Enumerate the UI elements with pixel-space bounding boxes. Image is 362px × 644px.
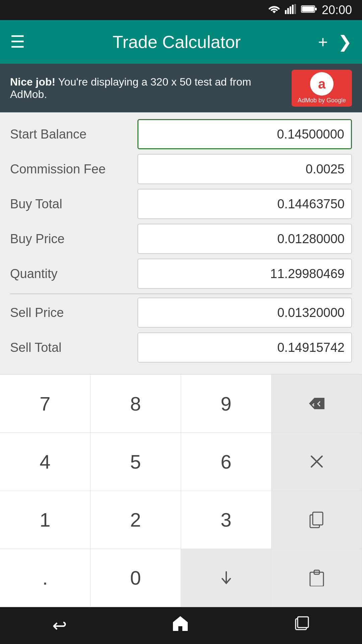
label-sell-price: Sell Price	[10, 306, 131, 320]
form-row-sell-total: Sell Total	[10, 332, 352, 363]
status-time: 20:00	[322, 3, 352, 17]
numpad-key-2[interactable]: 2	[90, 491, 181, 549]
numpad-key-9[interactable]: 9	[181, 375, 272, 433]
ad-logo: a AdMob by Google	[292, 70, 352, 107]
ad-banner: Nice job! You're displaying a 320 x 50 t…	[0, 64, 362, 112]
label-sell-total: Sell Total	[10, 340, 131, 355]
form-row-quantity: Quantity	[10, 259, 352, 289]
input-sell-price[interactable]	[137, 298, 352, 328]
svg-rect-2	[290, 6, 291, 14]
form-row-commission-fee: Commission Fee	[10, 154, 352, 184]
numpad-key-7[interactable]: 7	[0, 375, 90, 433]
label-buy-price: Buy Price	[10, 232, 131, 246]
home-nav-icon[interactable]	[172, 615, 189, 636]
wifi-icon	[268, 4, 280, 16]
next-icon[interactable]: ❯	[338, 32, 352, 52]
numpad-key-backspace[interactable]	[272, 375, 362, 433]
numpad-key-.[interactable]: .	[0, 549, 90, 607]
recent-nav-icon[interactable]	[294, 615, 310, 636]
input-start-balance[interactable]	[137, 119, 352, 149]
app-title: Trade Calculator	[35, 32, 318, 52]
form-row-sell-price: Sell Price	[10, 298, 352, 328]
label-start-balance: Start Balance	[10, 127, 131, 142]
section-divider-1	[10, 293, 352, 294]
input-sell-total[interactable]	[137, 332, 352, 363]
battery-icon	[301, 5, 317, 16]
input-commission-fee[interactable]	[137, 154, 352, 184]
ad-logo-text: AdMob by Google	[298, 97, 346, 104]
svg-rect-1	[287, 8, 289, 14]
status-bar: 20:00	[0, 0, 362, 20]
form-row-buy-total: Buy Total	[10, 189, 352, 219]
svg-rect-11	[313, 512, 323, 525]
svg-rect-3	[292, 5, 294, 14]
form-section: Start BalanceCommission FeeBuy TotalBuy …	[0, 112, 362, 374]
input-quantity[interactable]	[137, 259, 352, 289]
numpad-key-1[interactable]: 1	[0, 491, 90, 549]
numpad-key-0[interactable]: 0	[90, 549, 181, 607]
app-bar-actions: + ❯	[318, 32, 352, 52]
label-quantity: Quantity	[10, 267, 131, 281]
numpad-key-6[interactable]: 6	[181, 433, 272, 491]
label-commission-fee: Commission Fee	[10, 162, 131, 176]
status-icons: 20:00	[268, 3, 352, 17]
svg-rect-6	[302, 6, 314, 12]
numpad-key-down[interactable]	[181, 549, 272, 607]
ad-text: Nice job! You're displaying a 320 x 50 t…	[10, 76, 285, 101]
svg-rect-0	[285, 10, 287, 14]
numpad-key-clear[interactable]	[272, 433, 362, 491]
svg-rect-15	[298, 617, 308, 628]
input-buy-price[interactable]	[137, 224, 352, 254]
back-nav-icon[interactable]: ↩	[52, 615, 67, 636]
app-bar: ☰ Trade Calculator + ❯	[0, 20, 362, 64]
numpad-key-4[interactable]: 4	[0, 433, 90, 491]
form-row-start-balance: Start Balance	[10, 119, 352, 149]
ad-logo-circle: a	[310, 72, 334, 96]
svg-rect-4	[294, 4, 296, 14]
numpad: 789456123.0	[0, 374, 362, 607]
signal-icon	[285, 4, 296, 16]
form-row-buy-price: Buy Price	[10, 224, 352, 254]
menu-icon[interactable]: ☰	[10, 34, 25, 50]
svg-rect-7	[315, 8, 317, 10]
ad-text-bold: Nice job!	[10, 76, 55, 88]
numpad-key-paste[interactable]	[272, 549, 362, 607]
numpad-key-copy[interactable]	[272, 491, 362, 549]
label-buy-total: Buy Total	[10, 197, 131, 211]
numpad-key-3[interactable]: 3	[181, 491, 272, 549]
input-buy-total[interactable]	[137, 189, 352, 219]
numpad-key-5[interactable]: 5	[90, 433, 181, 491]
numpad-key-8[interactable]: 8	[90, 375, 181, 433]
add-icon[interactable]: +	[318, 32, 328, 52]
nav-bar: ↩	[0, 607, 362, 644]
